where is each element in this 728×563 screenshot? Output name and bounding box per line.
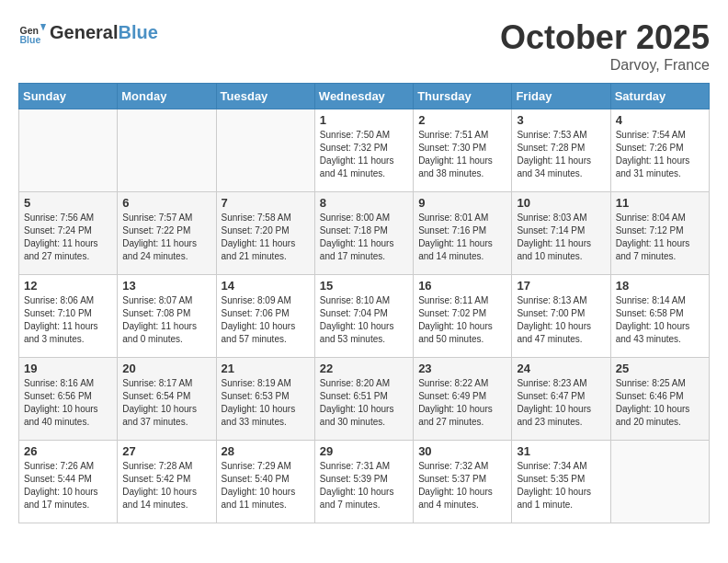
page-header: Gen Blue GeneralBlue October 2025 Darvoy… — [18, 18, 710, 74]
day-info: Sunrise: 8:09 AM Sunset: 7:06 PM Dayligh… — [222, 294, 310, 346]
day-info: Sunrise: 8:25 AM Sunset: 6:46 PM Dayligh… — [616, 377, 704, 429]
day-info: Sunrise: 8:22 AM Sunset: 6:49 PM Dayligh… — [418, 377, 506, 429]
day-info: Sunrise: 8:10 AM Sunset: 7:04 PM Dayligh… — [320, 294, 408, 346]
day-number: 4 — [616, 113, 704, 127]
day-info: Sunrise: 7:31 AM Sunset: 5:39 PM Dayligh… — [320, 460, 408, 511]
calendar-cell: 8Sunrise: 8:00 AM Sunset: 7:18 PM Daylig… — [314, 192, 413, 275]
calendar-cell: 18Sunrise: 8:14 AM Sunset: 6:58 PM Dayli… — [610, 275, 709, 358]
calendar-cell: 9Sunrise: 8:01 AM Sunset: 7:16 PM Daylig… — [414, 192, 512, 275]
title-block: October 2025 Darvoy, France — [500, 18, 710, 74]
day-number: 27 — [122, 444, 210, 458]
weekday-header-wednesday: Wednesday — [314, 84, 413, 109]
day-info: Sunrise: 7:54 AM Sunset: 7:26 PM Dayligh… — [616, 129, 704, 180]
calendar-cell: 17Sunrise: 8:13 AM Sunset: 7:00 PM Dayli… — [512, 275, 610, 358]
calendar-cell: 22Sunrise: 8:20 AM Sunset: 6:51 PM Dayli… — [314, 358, 413, 441]
calendar-cell — [19, 109, 118, 192]
day-number: 30 — [418, 444, 506, 458]
day-number: 28 — [222, 444, 310, 458]
day-info: Sunrise: 8:04 AM Sunset: 7:12 PM Dayligh… — [616, 212, 704, 263]
calendar-week-4: 19Sunrise: 8:16 AM Sunset: 6:56 PM Dayli… — [19, 358, 710, 441]
day-number: 25 — [616, 362, 704, 375]
calendar-cell: 4Sunrise: 7:54 AM Sunset: 7:26 PM Daylig… — [610, 109, 709, 192]
calendar-cell: 16Sunrise: 8:11 AM Sunset: 7:02 PM Dayli… — [414, 275, 512, 358]
calendar-cell: 2Sunrise: 7:51 AM Sunset: 7:30 PM Daylig… — [414, 109, 512, 192]
calendar-cell — [610, 441, 709, 523]
day-info: Sunrise: 7:32 AM Sunset: 5:37 PM Dayligh… — [418, 460, 506, 511]
day-info: Sunrise: 7:29 AM Sunset: 5:40 PM Dayligh… — [222, 460, 310, 511]
day-info: Sunrise: 8:17 AM Sunset: 6:54 PM Dayligh… — [122, 377, 210, 429]
day-info: Sunrise: 8:13 AM Sunset: 7:00 PM Dayligh… — [517, 294, 605, 346]
svg-marker-2 — [40, 24, 46, 31]
day-number: 14 — [222, 279, 310, 293]
calendar-cell: 15Sunrise: 8:10 AM Sunset: 7:04 PM Dayli… — [314, 275, 413, 358]
calendar-cell — [118, 109, 216, 192]
calendar-cell: 6Sunrise: 7:57 AM Sunset: 7:22 PM Daylig… — [118, 192, 216, 275]
day-info: Sunrise: 8:03 AM Sunset: 7:14 PM Dayligh… — [517, 212, 605, 263]
month-title: October 2025 — [500, 18, 710, 57]
day-number: 24 — [517, 362, 605, 375]
calendar-cell: 28Sunrise: 7:29 AM Sunset: 5:40 PM Dayli… — [216, 441, 314, 523]
day-info: Sunrise: 7:56 AM Sunset: 7:24 PM Dayligh… — [24, 212, 112, 263]
day-number: 15 — [320, 279, 408, 293]
day-info: Sunrise: 7:26 AM Sunset: 5:44 PM Dayligh… — [24, 460, 112, 511]
day-info: Sunrise: 8:01 AM Sunset: 7:16 PM Dayligh… — [418, 212, 506, 263]
calendar-cell: 14Sunrise: 8:09 AM Sunset: 7:06 PM Dayli… — [216, 275, 314, 358]
weekday-header-saturday: Saturday — [610, 84, 709, 109]
day-number: 3 — [517, 113, 605, 127]
calendar-body: 1Sunrise: 7:50 AM Sunset: 7:32 PM Daylig… — [19, 109, 710, 523]
weekday-header-thursday: Thursday — [414, 84, 512, 109]
day-number: 13 — [122, 279, 210, 293]
logo-blue: Blue — [118, 22, 157, 42]
day-number: 6 — [122, 196, 210, 210]
calendar-cell: 1Sunrise: 7:50 AM Sunset: 7:32 PM Daylig… — [314, 109, 413, 192]
day-info: Sunrise: 8:14 AM Sunset: 6:58 PM Dayligh… — [616, 294, 704, 346]
day-number: 23 — [418, 362, 506, 375]
calendar-cell: 10Sunrise: 8:03 AM Sunset: 7:14 PM Dayli… — [512, 192, 610, 275]
calendar-cell — [216, 109, 314, 192]
day-info: Sunrise: 8:11 AM Sunset: 7:02 PM Dayligh… — [418, 294, 506, 346]
day-number: 1 — [320, 113, 408, 127]
calendar-cell: 31Sunrise: 7:34 AM Sunset: 5:35 PM Dayli… — [512, 441, 610, 523]
logo-general: General — [50, 22, 118, 42]
day-info: Sunrise: 7:51 AM Sunset: 7:30 PM Dayligh… — [418, 129, 506, 180]
weekday-header-friday: Friday — [512, 84, 610, 109]
location-subtitle: Darvoy, France — [500, 57, 710, 74]
calendar-cell: 26Sunrise: 7:26 AM Sunset: 5:44 PM Dayli… — [19, 441, 118, 523]
day-info: Sunrise: 8:06 AM Sunset: 7:10 PM Dayligh… — [24, 294, 112, 346]
day-number: 19 — [24, 362, 112, 375]
day-info: Sunrise: 8:16 AM Sunset: 6:56 PM Dayligh… — [24, 377, 112, 429]
svg-text:Blue: Blue — [20, 34, 41, 45]
calendar-week-1: 1Sunrise: 7:50 AM Sunset: 7:32 PM Daylig… — [19, 109, 710, 192]
day-number: 5 — [24, 196, 112, 210]
day-number: 29 — [320, 444, 408, 458]
day-info: Sunrise: 8:00 AM Sunset: 7:18 PM Dayligh… — [320, 212, 408, 263]
calendar-cell: 5Sunrise: 7:56 AM Sunset: 7:24 PM Daylig… — [19, 192, 118, 275]
day-number: 31 — [517, 444, 605, 458]
day-info: Sunrise: 8:20 AM Sunset: 6:51 PM Dayligh… — [320, 377, 408, 429]
logo: Gen Blue GeneralBlue — [18, 18, 158, 46]
calendar-cell: 11Sunrise: 8:04 AM Sunset: 7:12 PM Dayli… — [610, 192, 709, 275]
day-number: 8 — [320, 196, 408, 210]
calendar-table: SundayMondayTuesdayWednesdayThursdayFrid… — [18, 83, 710, 523]
calendar-cell: 27Sunrise: 7:28 AM Sunset: 5:42 PM Dayli… — [118, 441, 216, 523]
day-info: Sunrise: 7:53 AM Sunset: 7:28 PM Dayligh… — [517, 129, 605, 180]
calendar-cell: 13Sunrise: 8:07 AM Sunset: 7:08 PM Dayli… — [118, 275, 216, 358]
day-number: 20 — [122, 362, 210, 375]
day-info: Sunrise: 7:58 AM Sunset: 7:20 PM Dayligh… — [222, 212, 310, 263]
calendar-cell: 24Sunrise: 8:23 AM Sunset: 6:47 PM Dayli… — [512, 358, 610, 441]
calendar-cell: 12Sunrise: 8:06 AM Sunset: 7:10 PM Dayli… — [19, 275, 118, 358]
calendar-cell: 30Sunrise: 7:32 AM Sunset: 5:37 PM Dayli… — [414, 441, 512, 523]
day-info: Sunrise: 7:50 AM Sunset: 7:32 PM Dayligh… — [320, 129, 408, 180]
day-number: 9 — [418, 196, 506, 210]
calendar-week-2: 5Sunrise: 7:56 AM Sunset: 7:24 PM Daylig… — [19, 192, 710, 275]
calendar-cell: 3Sunrise: 7:53 AM Sunset: 7:28 PM Daylig… — [512, 109, 610, 192]
day-info: Sunrise: 8:07 AM Sunset: 7:08 PM Dayligh… — [122, 294, 210, 346]
calendar-cell: 20Sunrise: 8:17 AM Sunset: 6:54 PM Dayli… — [118, 358, 216, 441]
day-number: 10 — [517, 196, 605, 210]
day-info: Sunrise: 7:28 AM Sunset: 5:42 PM Dayligh… — [122, 460, 210, 511]
day-number: 11 — [616, 196, 704, 210]
day-number: 18 — [616, 279, 704, 293]
calendar-header: SundayMondayTuesdayWednesdayThursdayFrid… — [19, 84, 710, 109]
calendar-cell: 29Sunrise: 7:31 AM Sunset: 5:39 PM Dayli… — [314, 441, 413, 523]
day-number: 26 — [24, 444, 112, 458]
